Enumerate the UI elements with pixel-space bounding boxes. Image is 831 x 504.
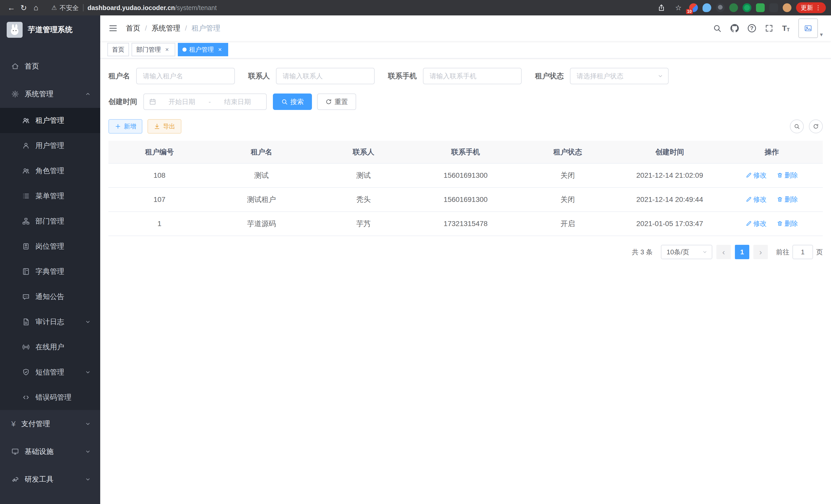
tab-label: 部门管理 [136,46,161,54]
delete-label: 删除 [784,195,798,204]
cell-status: 关闭 [517,187,619,212]
address-bar[interactable]: ⚠ 不安全 dashboard.yudao.iocoder.cn/system/… [51,4,217,12]
font-size-icon[interactable]: T T [782,24,790,32]
export-button[interactable]: 导出 [147,119,181,134]
column-header: 租户状态 [517,141,619,164]
delete-link[interactable]: 删除 [777,195,798,204]
sidebar-item-user[interactable]: 用户管理 [0,133,100,158]
breadcrumb-separator: / [145,24,147,32]
close-icon[interactable]: × [217,46,224,53]
create-time-label: 创建时间 [109,97,137,107]
badge-icon [22,242,30,250]
gear-icon [11,90,19,98]
search-icon[interactable] [713,24,721,33]
prev-page-button[interactable]: ‹ [716,245,731,259]
sidebar-item-notice[interactable]: 通知公告 [0,284,100,309]
sidebar-item-menu[interactable]: 菜单管理 [0,183,100,209]
sidebar-item-infrastructure[interactable]: 基础设施 [0,438,100,466]
page-number-button[interactable]: 1 [735,245,749,259]
tenant-name-input[interactable] [136,68,235,84]
sidebar-item-tenant[interactable]: 租户管理 [0,108,100,133]
sidebar-item-online-users[interactable]: 在线用户 [0,334,100,360]
help-icon[interactable]: ? [748,24,756,32]
sidebar-item-system[interactable]: 系统管理 [0,80,100,108]
browser-home-icon[interactable]: ⌂ [30,2,42,14]
breadcrumb-separator: / [185,24,187,32]
extension-icon[interactable] [743,3,751,12]
sidebar-item-dev-tools[interactable]: 研发工具 [0,466,100,493]
extension-badge: 10 [686,9,693,14]
goto-page-input[interactable] [793,245,813,259]
close-icon[interactable]: × [164,46,171,53]
github-icon[interactable] [730,24,739,33]
edit-link[interactable]: 修改 [746,195,767,204]
sidebar-item-dept[interactable]: 部门管理 [0,209,100,234]
sidebar-item-label: 菜单管理 [35,191,64,201]
search-button[interactable]: 搜索 [273,93,312,110]
sidebar-item-label: 支付管理 [21,419,50,429]
user-avatar-menu[interactable]: ▾ [798,19,823,38]
filter-row-2: 创建时间 开始日期 - 结束日期 搜索 重置 [109,93,823,110]
contact-input[interactable] [276,68,375,84]
extension-icon[interactable]: 10 [689,3,698,12]
extension-icon[interactable] [716,3,725,12]
delete-link[interactable]: 删除 [777,219,798,228]
sidebar-submenu-system: 租户管理 用户管理 角色管理 菜单管理 部门管理 [0,108,100,410]
sidebar-item-post[interactable]: 岗位管理 [0,234,100,259]
browser-menu-icon[interactable]: ⋮ [815,4,821,11]
reset-button[interactable]: 重置 [317,93,356,110]
sidebar-item-label: 字典管理 [35,267,64,276]
export-button-label: 导出 [163,122,175,130]
sidebar-item-role[interactable]: 角色管理 [0,158,100,183]
tab-dept[interactable]: 部门管理 × [132,43,175,56]
contact-label: 联系人 [248,71,270,81]
contact-phone-input[interactable] [423,68,522,84]
sidebar-item-home[interactable]: 首页 [0,52,100,80]
chevron-down-icon [85,448,91,455]
toggle-search-button[interactable] [790,119,804,133]
add-button[interactable]: 新增 [109,119,142,134]
next-page-button[interactable]: › [753,245,768,259]
extension-icon[interactable] [703,3,711,12]
sidebar-fold-icon[interactable] [109,24,118,33]
cell-operations: 修改 删除 [721,212,823,236]
tab-home[interactable]: 首页 [107,43,129,56]
chevron-down-icon [85,369,91,375]
tenant-status-select[interactable]: 请选择租户状态 [570,68,668,84]
fullscreen-icon[interactable] [765,24,773,33]
edit-link[interactable]: 修改 [746,219,767,228]
sidebar-item-payment[interactable]: ¥ 支付管理 [0,410,100,438]
breadcrumb: 首页 / 系统管理 / 租户管理 [126,23,221,33]
edit-link[interactable]: 修改 [746,171,767,180]
logo-image [7,22,23,38]
breadcrumb-home[interactable]: 首页 [126,23,140,33]
sidebar-item-audit-log[interactable]: 审计日志 [0,309,100,334]
refresh-table-button[interactable] [809,119,823,133]
sidebar-item-sms[interactable]: 短信管理 [0,360,100,385]
sidebar-item-dict[interactable]: 字典管理 [0,259,100,284]
extensions-puzzle-icon[interactable] [769,3,778,12]
cell-phone: 15601691300 [414,187,516,212]
extension-icon[interactable] [729,3,738,12]
tab-tenant[interactable]: 租户管理 × [178,43,228,56]
date-end-placeholder: 结束日期 [214,97,261,106]
profile-avatar-icon[interactable] [783,3,792,12]
breadcrumb-system[interactable]: 系统管理 [152,23,180,33]
bookmark-star-icon[interactable]: ☆ [672,2,685,14]
page-content: 租户名 联系人 联系手机 租户状态 请选择租户状态 [100,59,831,504]
sidebar-item-label: 错误码管理 [35,392,71,402]
browser-back-icon[interactable]: ← [5,2,18,14]
browser-reload-icon[interactable]: ↻ [18,2,30,14]
search-icon [794,123,800,129]
create-time-range-picker[interactable]: 开始日期 - 结束日期 [143,93,267,110]
chevron-down-icon [85,421,91,427]
sidebar-item-label: 短信管理 [35,367,64,377]
extension-icon[interactable] [756,3,765,12]
table-row: 108 测试 测试 15601691300 关闭 2021-12-14 21:0… [109,164,823,187]
delete-link[interactable]: 删除 [777,171,798,180]
sidebar-item-error-code[interactable]: 错误码管理 [0,385,100,410]
page-size-select[interactable]: 10条/页 [661,245,712,259]
app-logo[interactable]: 芋道管理系统 [0,16,100,44]
browser-update-button[interactable]: 更新 ⋮ [796,2,826,13]
share-icon[interactable] [655,2,667,14]
